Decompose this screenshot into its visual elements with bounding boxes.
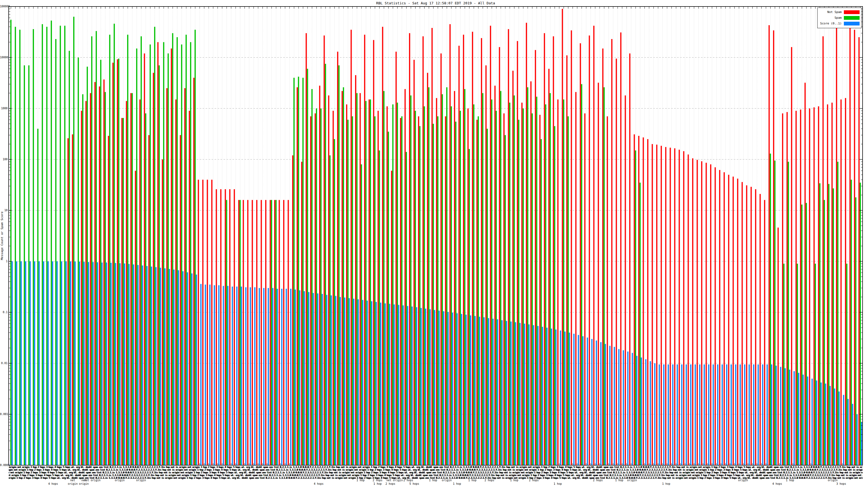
legend-entry-not-spam: Not Spam	[820, 9, 860, 15]
x-axis-label: origin	[68, 482, 78, 485]
x-axis-label: net	[70, 479, 75, 482]
x-axis-label: origin	[738, 479, 748, 482]
y-axis-label: Message Count or Spam Score	[0, 0, 4, 472]
x-axis-label: 4 hops	[772, 482, 782, 485]
x-axis-label: net origin	[386, 479, 403, 482]
x-axis-label: 1 hop	[554, 482, 562, 485]
legend: Not Spam Spam Score (0..1)	[817, 8, 862, 28]
legend-entry-spam: Spam	[820, 15, 860, 21]
x-axis-label: origin	[115, 479, 124, 482]
x-axis-label: 2 hops	[529, 479, 539, 482]
x-axis-label: origin	[79, 482, 89, 485]
x-axis-label: 1 hop	[453, 482, 461, 485]
not-spam-swatch	[844, 10, 860, 14]
x-axis-label: origin	[442, 479, 452, 482]
x-axis-label: 4 hops	[48, 482, 58, 485]
x-axis-label: 2 hops	[385, 482, 395, 485]
x-label-smear-row: origin net origin 1 hop 2 hops 3 hops 4 …	[9, 468, 863, 471]
y-tick-label: 1000	[0, 107, 8, 110]
legend-label-not-spam: Not Spam	[827, 10, 842, 14]
x-axis-label: 1 hop	[356, 479, 365, 482]
score-swatch	[844, 22, 860, 26]
bar-chart-svg	[0, 0, 868, 488]
y-tick-label: 0.1	[0, 311, 8, 314]
x-axis-label: 1 hop	[786, 479, 794, 482]
chart-title: RBL Statistics - Sat Aug 17 12:58:07 EDT…	[9, 1, 863, 5]
x-label-smear-row: origin net origin 1 hop 2 hops 3 hops 4 …	[9, 471, 863, 474]
x-axis-label: 1 hop	[373, 482, 382, 485]
y-tick-label: 10	[0, 209, 8, 212]
rbl-statistics-chart: RBL Statistics - Sat Aug 17 12:58:07 EDT…	[0, 0, 868, 488]
y-tick-label: 0.01	[0, 362, 8, 365]
x-axis-label: 2 hops	[403, 479, 413, 482]
legend-label-score: Score (0..1)	[820, 22, 842, 25]
legend-entry-score: Score (0..1)	[820, 21, 860, 26]
x-axis-label: 1 hop	[615, 479, 623, 482]
legend-label-spam: Spam	[835, 16, 842, 20]
x-axis-label: 2 hops	[485, 479, 494, 482]
x-axis-label: 1 hop	[468, 479, 476, 482]
y-tick-label: 10000	[0, 56, 8, 59]
x-axis-label: 3 hops	[836, 482, 846, 485]
x-axis-label: 1 hop	[429, 479, 437, 482]
spam-swatch	[844, 16, 860, 20]
x-axis-label: 2 hops	[593, 479, 603, 482]
x-axis-label: 1 hop	[662, 482, 670, 485]
x-axis-label: origin	[136, 479, 146, 482]
x-axis-labels-overlapped: origin net origin 1 hop 2 hops 3 hops 4 …	[9, 466, 863, 488]
x-axis-label: net origin	[84, 479, 100, 482]
x-axis-label: 4 hops	[314, 482, 323, 485]
x-label-smear-row: origin net origin 1 hop 2 hops 3 hops 4 …	[9, 466, 863, 468]
y-tick-label: 0.0001	[0, 464, 8, 467]
y-tick-label: 100	[0, 158, 8, 161]
x-axis-label: origin	[627, 479, 637, 482]
x-axis-label: 5 hops	[409, 482, 419, 485]
x-axis-label: origin	[828, 479, 838, 482]
x-axis-label: 2 hops	[373, 479, 382, 482]
y-tick-label: 1	[0, 260, 8, 263]
x-label-smear-row: origin net origin 1 hop 2 hops 3 hops 4 …	[9, 474, 863, 477]
x-axis-label: 1 hop	[510, 479, 518, 482]
y-tick-label: 0.001	[0, 413, 8, 416]
y-tick-label: 100000	[0, 5, 8, 8]
